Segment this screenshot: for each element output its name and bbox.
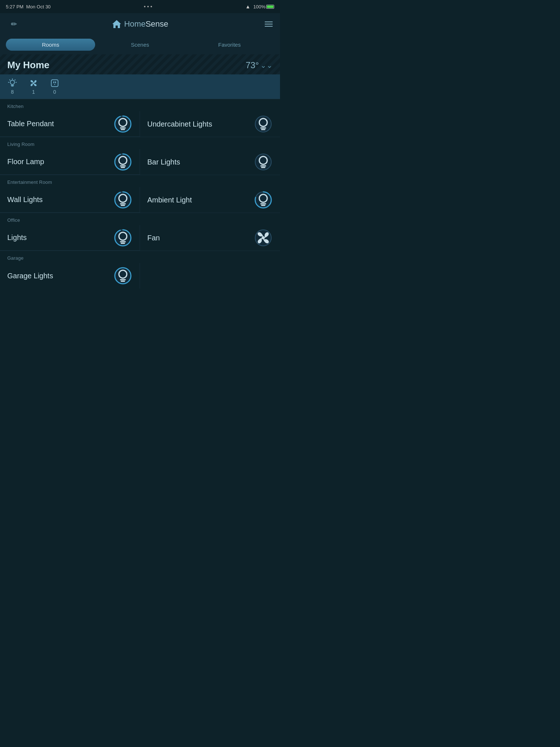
fans-summary[interactable]: 1 [28,78,39,95]
office-lights-toggle[interactable] [113,228,132,247]
pencil-icon: ✏ [11,20,17,28]
svg-point-18 [259,119,267,127]
bulb-summary-icon [7,78,18,88]
svg-point-25 [259,156,267,165]
device-bar-lights[interactable]: Bar Lights [140,149,280,175]
svg-rect-9 [54,81,54,83]
svg-point-7 [33,82,35,84]
entertainment-room-devices: Wall Lights Ambient Light [0,187,280,213]
status-right: ▲ 100% [245,4,274,9]
device-table-pendant[interactable]: Table Pendant [0,111,140,137]
floor-lamp-toggle[interactable] [113,152,132,171]
fans-count: 1 [32,89,35,95]
lights-count: 8 [11,89,14,95]
table-pendant-toggle[interactable] [113,115,132,133]
outlet-summary-icon [50,78,60,88]
bulb-icon [113,152,132,171]
bulb-icon [254,190,273,209]
svg-point-40 [262,236,265,240]
bulb-icon [254,152,273,171]
garage-devices: Garage Lights [0,263,280,289]
status-center-dots [144,6,152,7]
status-time-date: 5:27 PM Mon Oct 30 [6,4,51,9]
menu-button[interactable] [260,18,273,31]
room-label-living-room: Living Room [0,137,280,149]
undercabinet-lights-toggle[interactable] [254,115,273,133]
bulb-icon [254,115,273,133]
svg-point-29 [119,194,127,202]
room-label-entertainment: Entertainment Room [0,175,280,187]
app-header: ✏ HomeSense [0,13,280,35]
device-wall-lights[interactable]: Wall Lights [0,187,140,213]
ambient-light-toggle[interactable] [254,190,273,209]
wifi-icon: ▲ [245,4,250,9]
svg-point-37 [119,232,127,240]
fan-summary-icon [28,78,39,88]
lights-summary[interactable]: 8 [7,78,18,95]
device-ambient-light[interactable]: Ambient Light [140,187,280,213]
outlets-summary[interactable]: 0 [50,78,60,95]
room-label-kitchen: Kitchen [0,99,280,111]
living-room-devices: Floor Lamp Bar Lights [0,149,280,175]
home-title: My Home [7,59,50,71]
nav-tabs: Rooms Scenes Favorites [0,35,280,54]
tab-favorites[interactable]: Favorites [185,39,274,51]
svg-marker-0 [112,20,121,28]
svg-point-15 [119,118,127,126]
home-temperature: 73° ⌄⌄ [246,60,273,70]
app-logo: HomeSense [112,19,168,29]
rooms-list: Kitchen Table Pendant Undercabinet Light… [0,99,280,289]
device-floor-lamp[interactable]: Floor Lamp [0,149,140,175]
svg-line-5 [9,80,10,80]
edit-button[interactable]: ✏ [7,18,20,31]
logo-home: Home [124,19,145,28]
chevron-down-icon[interactable]: ⌄⌄ [260,61,273,70]
garage-lights-toggle[interactable] [113,266,132,285]
bulb-icon [113,115,132,133]
bulb-icon [113,266,132,285]
svg-point-22 [119,156,127,164]
device-garage-lights[interactable]: Garage Lights [0,263,140,289]
svg-point-33 [259,194,267,202]
home-header: My Home 73° ⌄⌄ [0,54,280,74]
wall-lights-toggle[interactable] [113,190,132,209]
svg-rect-8 [51,80,58,87]
svg-line-6 [15,80,15,80]
device-office-fan[interactable]: Fan [140,225,280,251]
svg-rect-10 [55,81,56,83]
room-label-garage: Garage [0,251,280,263]
logo-sense: Sense [145,19,168,28]
outlets-count: 0 [53,89,56,95]
device-undercabinet-lights[interactable]: Undercabinet Lights [140,111,280,137]
tab-scenes[interactable]: Scenes [95,39,184,51]
bulb-icon [113,190,132,209]
home-logo-icon [112,19,122,29]
svg-point-44 [119,270,127,278]
office-devices: Lights Fan [0,225,280,251]
bar-lights-toggle[interactable] [254,152,273,171]
bulb-icon [113,228,132,247]
svg-point-1 [10,80,15,85]
svg-point-11 [54,84,55,85]
device-office-lights[interactable]: Lights [0,225,140,251]
kitchen-devices: Table Pendant Undercabinet Lights [0,111,280,137]
tab-rooms[interactable]: Rooms [6,39,95,51]
device-summary-bar: 8 1 0 [0,74,280,99]
office-fan-toggle[interactable] [254,228,273,247]
fan-icon [254,228,273,247]
room-label-office: Office [0,213,280,225]
battery-indicator: 100% [253,4,274,9]
status-bar: 5:27 PM Mon Oct 30 ▲ 100% [0,0,280,13]
